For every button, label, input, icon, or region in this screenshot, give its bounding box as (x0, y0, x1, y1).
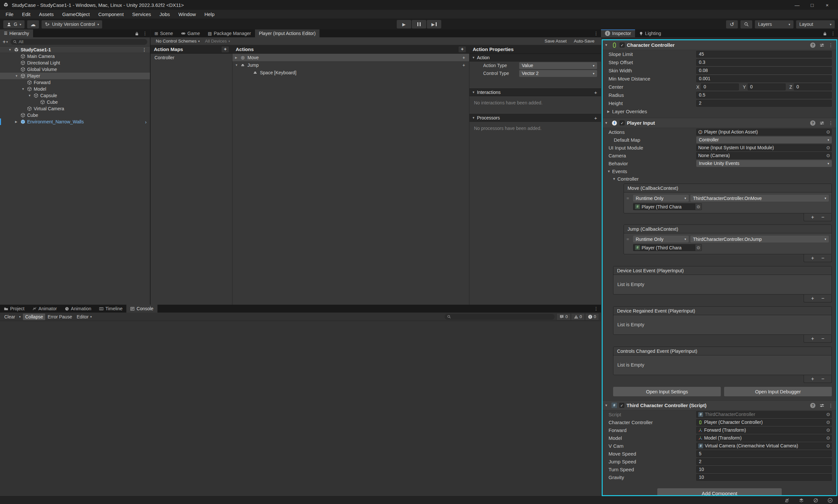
menu-help[interactable]: Help (200, 12, 219, 17)
forward-object-field[interactable]: Forward (Transform) ⊙ (696, 427, 832, 434)
events-foldout[interactable]: ▼ Events (603, 167, 836, 175)
add-event-button[interactable]: + (811, 215, 814, 220)
tree-row[interactable]: Global Volume (0, 66, 150, 73)
min-move-distance-input[interactable]: 0.001 (696, 75, 832, 82)
tree-row[interactable]: Forward (0, 79, 150, 86)
center-x-input[interactable]: 0 (701, 84, 739, 90)
action-row-move[interactable]: ▶ ◎ Move + (232, 54, 469, 61)
hierarchy-kebab-icon[interactable]: ⋮ (143, 31, 147, 36)
foldout-icon[interactable]: ▼ (235, 64, 240, 67)
object-picker-icon[interactable]: ⊙ (825, 419, 832, 425)
behavior-dropdown[interactable]: Invoke Unity Events ▾ (696, 160, 832, 167)
presets-icon[interactable] (820, 121, 824, 125)
event-target-object-field[interactable]: # Player (Third Chara ⊙ (633, 203, 702, 210)
ui-input-module-object-field[interactable]: None (Input System UI Input Module) ⊙ (696, 144, 832, 151)
open-input-settings-button[interactable]: Open Input Settings (613, 387, 721, 396)
foldout-icon[interactable]: ▶ (15, 120, 20, 123)
presets-icon[interactable] (820, 43, 824, 48)
menu-services[interactable]: Services (128, 12, 156, 17)
actions-object-field[interactable]: Player (Input Action Asset) ⊙ (696, 129, 832, 136)
skin-width-input[interactable]: 0.08 (696, 67, 832, 74)
default-map-dropdown[interactable]: Controller ▾ (696, 137, 832, 143)
gravity-input[interactable]: 10 (696, 474, 832, 481)
menu-gameobject[interactable]: GameObject (58, 12, 94, 17)
slope-limit-input[interactable]: 45 (696, 51, 832, 58)
console-search-input[interactable] (445, 314, 554, 320)
collapse-toggle[interactable]: Collapse (23, 313, 45, 320)
play-button[interactable]: ▶ (397, 20, 411, 29)
foldout-icon[interactable]: ▼ (28, 94, 33, 97)
center-z-input[interactable]: 0 (794, 84, 832, 90)
control-schemes-dropdown[interactable]: No Control Schemes ▾ (153, 39, 202, 43)
object-picker-icon[interactable]: ⊙ (825, 129, 832, 134)
jump-speed-input[interactable]: 2 (696, 458, 832, 465)
action-row-jump[interactable]: ▼ Jump + (232, 61, 469, 69)
tab-hierarchy[interactable]: ☰ Hierarchy (0, 30, 33, 37)
layer-overrides-foldout[interactable]: ▶ Layer Overrides (603, 107, 836, 115)
camera-object-field[interactable]: None (Camera) ⊙ (696, 152, 832, 159)
script-object-field[interactable]: # ThirdCharacterController ⊙ (696, 411, 832, 418)
event-target-object-field[interactable]: # Player (Third Chara ⊙ (633, 244, 702, 251)
remove-event-button[interactable]: − (821, 256, 824, 261)
foldout-icon[interactable]: ▼ (605, 43, 609, 47)
error-count-toggle[interactable]: ! 0 (585, 313, 599, 320)
action-map-row-controller[interactable]: Controller (150, 54, 232, 61)
lock-icon[interactable] (823, 32, 827, 36)
remove-event-button[interactable]: − (821, 336, 824, 341)
binding-row-space-keyboard[interactable]: Space [Keyboard] (232, 69, 469, 76)
tab-scene[interactable]: ⊞ Scene (150, 30, 177, 37)
enabled-checkbox[interactable]: ✓ (620, 121, 625, 125)
tree-row[interactable]: Main Camera (0, 53, 150, 59)
maximize-button[interactable]: □ (805, 2, 820, 8)
add-action-button[interactable]: + (459, 47, 466, 52)
add-binding-button[interactable]: + (463, 62, 466, 68)
event-function-dropdown[interactable]: ThirdCharacterController.OnMove ▾ (690, 195, 829, 202)
foldout-icon[interactable]: ▶ (235, 56, 240, 59)
enabled-checkbox[interactable]: ✓ (620, 42, 625, 48)
tab-package-manager[interactable]: ▤ Package Manager (204, 30, 255, 37)
tab-timeline[interactable]: Timeline (95, 305, 126, 312)
object-picker-icon[interactable]: ⊙ (825, 412, 832, 417)
step-offset-input[interactable]: 0.3 (696, 59, 832, 66)
tree-row[interactable]: Directional Light (0, 59, 150, 66)
add-action-map-button[interactable]: + (221, 47, 229, 52)
open-input-debugger-button[interactable]: Open Input Debugger (724, 387, 832, 396)
object-picker-icon[interactable]: ⊙ (825, 428, 832, 433)
info-count-toggle[interactable]: ! 0 (556, 313, 571, 320)
add-processor-button[interactable]: + (594, 115, 599, 121)
help-icon[interactable]: ? (810, 403, 816, 408)
tree-row[interactable]: ▼ Capsule (0, 92, 150, 99)
drag-handle-icon[interactable]: = (626, 196, 631, 201)
minimize-button[interactable]: — (789, 2, 805, 8)
height-input[interactable]: 2 (696, 100, 832, 107)
add-event-button[interactable]: + (811, 376, 814, 382)
menu-window[interactable]: Window (174, 12, 200, 17)
pause-button[interactable] (412, 20, 426, 29)
remove-event-button[interactable]: − (821, 215, 824, 220)
component-kebab-icon[interactable]: ⋮ (828, 403, 833, 408)
move-speed-input[interactable]: 5 (696, 450, 832, 457)
center-y-input[interactable]: 0 (748, 84, 786, 90)
interactions-section-header[interactable]: ▼ Interactions + (469, 88, 601, 96)
console-log-area[interactable] (0, 321, 601, 496)
player-input-header[interactable]: ▼ ✓ Player Input ? ⋮ (603, 118, 836, 128)
action-type-dropdown[interactable]: Value ▾ (519, 62, 597, 69)
tree-row-prefab[interactable]: ▶ Environment_Narrow_Walls › (0, 119, 150, 125)
add-event-button[interactable]: + (811, 336, 814, 341)
scene-kebab-icon[interactable]: ⋮ (142, 47, 150, 52)
tab-inspector[interactable]: i Inspector (601, 30, 635, 37)
control-type-dropdown[interactable]: Vector 2 ▾ (519, 70, 597, 77)
add-event-button[interactable]: + (811, 256, 814, 261)
tab-project[interactable]: Project (0, 305, 29, 312)
event-mode-dropdown[interactable]: Runtime Only ▾ (633, 236, 689, 242)
foldout-icon[interactable]: ▼ (22, 87, 27, 91)
lock-icon[interactable] (135, 32, 139, 36)
radius-input[interactable]: 0.5 (696, 92, 832, 98)
object-picker-icon[interactable]: ⊙ (695, 203, 701, 210)
tree-row[interactable]: Virtual Camera (0, 105, 150, 112)
layers-status-icon[interactable] (799, 498, 804, 503)
add-component-button[interactable]: Add Component (657, 488, 782, 496)
object-picker-icon[interactable]: ⊙ (825, 443, 832, 448)
warning-count-toggle[interactable]: ! 0 (571, 313, 585, 320)
account-dropdown[interactable]: G ▾ (3, 20, 24, 29)
